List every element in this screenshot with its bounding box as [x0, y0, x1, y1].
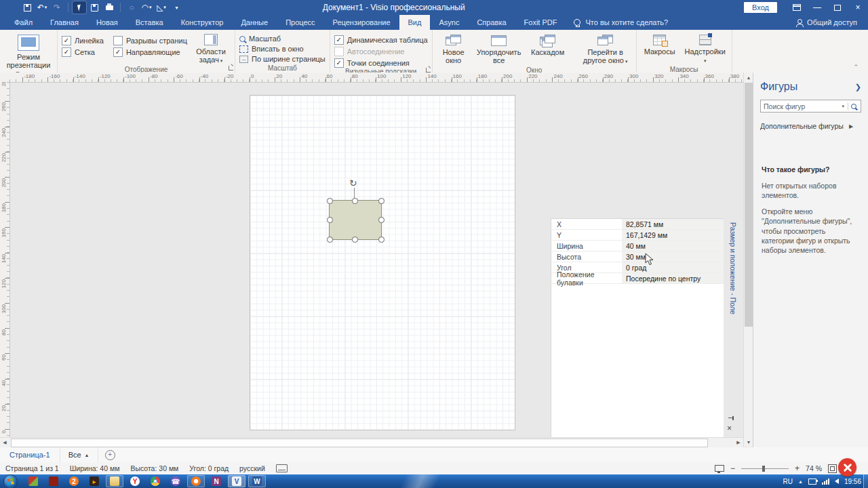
- show-desktop-button[interactable]: [863, 474, 868, 488]
- selection-handle[interactable]: [378, 217, 384, 223]
- ribbon-tab-рецензирование[interactable]: Рецензирование: [324, 15, 399, 30]
- zoom-slider[interactable]: [741, 468, 789, 469]
- minimize-icon[interactable]: —: [807, 0, 827, 15]
- ellipse-tool-icon[interactable]: ◠▾: [140, 1, 153, 14]
- tell-me-box[interactable]: Что вы хотите сделать?: [566, 15, 676, 30]
- redo-icon[interactable]: ↷: [50, 1, 64, 14]
- taskbar-app-orange-2[interactable]: 2: [65, 475, 83, 487]
- shape-search-input[interactable]: Поиск фигур ▾: [760, 100, 861, 113]
- new-window-button[interactable]: Новое окно: [437, 32, 471, 66]
- vertical-scroll-thumb[interactable]: [745, 83, 753, 327]
- all-pages-button[interactable]: Все ▲: [60, 447, 98, 462]
- checkbox-autoconnect[interactable]: Автосоединение: [334, 46, 428, 56]
- recorder-badge-icon[interactable]: [838, 458, 856, 476]
- horizontal-scrollbar[interactable]: ◀ ▶: [0, 437, 743, 447]
- taskbar-app-dark-red[interactable]: [45, 475, 62, 487]
- checkbox-grid[interactable]: Сетка: [62, 47, 104, 57]
- field-value[interactable]: 40 мм: [622, 241, 724, 251]
- selection-handle[interactable]: [378, 237, 384, 243]
- share-button[interactable]: Общий доступ: [796, 15, 868, 30]
- drawing-page[interactable]: ↻: [250, 95, 515, 430]
- taskbar-viber[interactable]: ☎: [167, 475, 184, 487]
- selected-rectangle-shape[interactable]: [329, 200, 382, 240]
- taskbar-app-red-green[interactable]: [24, 475, 42, 487]
- clock[interactable]: 19:56: [844, 478, 861, 485]
- keyboard-icon[interactable]: [276, 464, 288, 472]
- field-value[interactable]: 167,1429 мм: [622, 230, 724, 240]
- zoom-button[interactable]: Масштаб: [239, 35, 326, 43]
- zoom-in-icon[interactable]: +: [795, 465, 800, 472]
- checkbox-ruler[interactable]: Линейка: [62, 35, 104, 45]
- scroll-left-icon[interactable]: ◀: [0, 438, 9, 447]
- panel-close-icon[interactable]: ×: [727, 424, 732, 432]
- cascade-button[interactable]: Каскадом: [528, 32, 568, 58]
- ribbon-tab-процесс[interactable]: Процесс: [277, 15, 323, 30]
- chevron-right-icon[interactable]: ❯: [855, 83, 861, 92]
- vertical-scrollbar[interactable]: ▲ ▼: [743, 73, 753, 447]
- taskbar-onenote[interactable]: N: [208, 475, 225, 487]
- ribbon-tab-справка[interactable]: Справка: [468, 15, 515, 30]
- field-value[interactable]: Посередине по центру: [622, 273, 724, 283]
- selection-handle[interactable]: [352, 198, 358, 204]
- print-icon[interactable]: [102, 1, 116, 14]
- pointer-tool-icon[interactable]: [73, 1, 86, 14]
- sign-in-button[interactable]: Вход: [744, 2, 777, 13]
- save-icon[interactable]: [20, 1, 34, 14]
- ribbon-display-options-icon[interactable]: [787, 0, 807, 15]
- ribbon-tab-async[interactable]: Async: [430, 15, 468, 30]
- language-indicator[interactable]: RU: [783, 478, 793, 485]
- ribbon-tab-новая[interactable]: Новая: [87, 15, 127, 30]
- chevron-down-icon[interactable]: ▾: [842, 104, 844, 109]
- ribbon-tab-данные[interactable]: Данные: [232, 15, 277, 30]
- horizontal-scroll-thumb[interactable]: [11, 439, 708, 447]
- rotation-handle-icon[interactable]: ↻: [349, 178, 357, 188]
- ribbon-tab-конструктор[interactable]: Конструктор: [172, 15, 233, 30]
- addins-button[interactable]: Надстройки: [683, 32, 728, 66]
- scroll-right-icon[interactable]: ▶: [734, 438, 743, 447]
- drawing-canvas[interactable]: ↻ X82,8571 ммY167,1429 ммШирина40 ммВысо…: [9, 82, 743, 437]
- hidden-icons-icon[interactable]: ▲: [798, 479, 803, 484]
- page-width-button[interactable]: ↔ По ширине страницы: [239, 55, 326, 63]
- circle-tool-icon[interactable]: ○: [125, 1, 138, 14]
- status-angle[interactable]: Угол: 0 град: [189, 464, 229, 472]
- ribbon-tab-вставка[interactable]: Вставка: [127, 15, 172, 30]
- customize-qat-icon[interactable]: ▾: [170, 1, 183, 14]
- add-page-icon[interactable]: +: [105, 450, 115, 460]
- selection-handle[interactable]: [352, 237, 358, 243]
- checkbox-page-breaks[interactable]: Разрывы страниц: [113, 35, 187, 45]
- zoom-out-icon[interactable]: −: [730, 465, 735, 472]
- search-icon[interactable]: [851, 104, 856, 109]
- zoom-percent[interactable]: 74 %: [806, 464, 822, 472]
- field-value[interactable]: 82,8571 мм: [622, 219, 724, 229]
- checkbox-guides[interactable]: Направляющие: [113, 47, 187, 57]
- battery-icon[interactable]: [808, 479, 816, 485]
- presentation-mode-button[interactable]: Режим презентации: [4, 32, 53, 71]
- checkbox-dynamic-grid[interactable]: Динамическая таблица: [334, 35, 428, 45]
- macros-button[interactable]: Макросы: [641, 32, 679, 57]
- selection-handle[interactable]: [327, 217, 333, 223]
- taskbar-explorer[interactable]: [106, 475, 123, 487]
- shape-tool-icon[interactable]: ◺▾: [155, 1, 168, 14]
- close-icon[interactable]: ×: [848, 0, 868, 15]
- selection-handle[interactable]: [327, 198, 333, 204]
- start-button[interactable]: [3, 474, 18, 488]
- undo-icon[interactable]: ↶▾: [35, 1, 49, 14]
- field-value[interactable]: 30 мм: [622, 251, 724, 262]
- restore-icon[interactable]: [827, 0, 848, 15]
- volume-icon[interactable]: [835, 479, 839, 484]
- checkbox-connection-points[interactable]: Точки соединения: [334, 58, 428, 68]
- format-painter-icon[interactable]: [87, 1, 101, 14]
- scroll-up-icon[interactable]: ▲: [744, 73, 753, 82]
- taskbar-app-player[interactable]: ▸: [85, 475, 103, 487]
- ribbon-tab-foxit-pdf[interactable]: Foxit PDF: [515, 15, 566, 30]
- network-icon[interactable]: [822, 479, 829, 485]
- presentation-view-icon[interactable]: [715, 465, 724, 472]
- arrange-all-button[interactable]: Упорядочить все: [475, 32, 524, 66]
- status-width[interactable]: Ширина: 40 мм: [70, 464, 120, 472]
- taskbar-word[interactable]: W: [248, 475, 266, 487]
- pin-icon[interactable]: [728, 416, 736, 420]
- fit-to-window-button[interactable]: Вписать в окно: [239, 45, 326, 53]
- more-shapes-menu[interactable]: Дополнительные фигуры ▶: [753, 113, 868, 130]
- taskbar-app-orange-ring[interactable]: [187, 475, 205, 487]
- ribbon-tab-вид[interactable]: Вид: [399, 15, 431, 30]
